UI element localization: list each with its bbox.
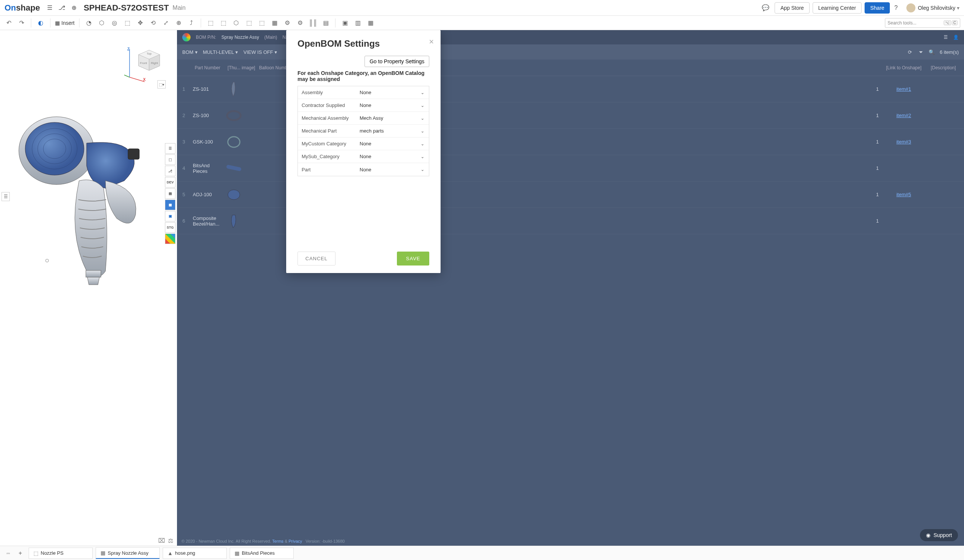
chevron-down-icon: ⌄ (421, 90, 424, 95)
comments-icon[interactable]: 💬 (760, 3, 771, 13)
user-menu[interactable]: Oleg Shilovitsky ▾ (906, 3, 959, 12)
save-button[interactable]: SAVE (397, 252, 429, 265)
scale-icon[interactable]: ⌧ (158, 537, 165, 544)
tab-type-icon: ▦ (101, 550, 106, 556)
panel-tree-icon[interactable]: ⎇ (165, 166, 176, 176)
tool-e-icon[interactable]: ⬚ (257, 18, 267, 28)
panel-list-icon[interactable]: ☰ (165, 143, 176, 154)
chevron-down-icon: ⌄ (421, 116, 424, 121)
tab-type-icon: ▲ (168, 550, 173, 556)
add-icon[interactable]: ⊕ (68, 3, 79, 13)
divider (79, 18, 80, 28)
category-select[interactable]: None⌄ (358, 167, 429, 173)
tool-export-icon[interactable]: ⤴ (186, 18, 196, 28)
category-select[interactable]: None⌄ (358, 141, 429, 147)
feature-tree-toggle[interactable]: ☰ (2, 192, 10, 201)
bottom-tab[interactable]: ⬚Nozzle PS (29, 548, 93, 559)
svg-point-16 (46, 259, 49, 262)
bottom-tab[interactable]: ▲hose.png (163, 548, 227, 559)
svg-line-2 (124, 73, 130, 77)
chevron-down-icon: ⌄ (421, 167, 424, 172)
bottom-tab[interactable]: ▦Spray Nozzle Assy (96, 547, 160, 559)
view-cube-dropdown[interactable]: ⬚▾ (157, 80, 166, 88)
panel-active-icon[interactable]: ▦ (165, 200, 176, 210)
tool-move-icon[interactable]: ✥ (135, 18, 145, 28)
category-row: MySub_CategoryNone⌄ (298, 150, 429, 163)
panel-doc-icon[interactable]: ▤ (165, 188, 176, 199)
redo-icon[interactable]: ↷ (16, 18, 26, 28)
tool-j-icon[interactable]: ▤ (321, 18, 331, 28)
tool-k-icon[interactable]: ▣ (340, 18, 350, 28)
user-name: Oleg Shilovitsky (918, 5, 955, 11)
category-row: Mechanical Partmech parts⌄ (298, 125, 429, 137)
category-select[interactable]: mech parts⌄ (358, 128, 429, 134)
tree-icon[interactable]: ⎇ (57, 3, 67, 13)
tool-a-icon[interactable]: ⬚ (205, 18, 215, 28)
bottom-tabs: ⎓ + ⬚Nozzle PS▦Spray Nozzle Assy▲hose.pn… (0, 546, 964, 560)
tool-rotate-icon[interactable]: ⟲ (148, 18, 158, 28)
panel-stg-icon[interactable]: STG (165, 222, 176, 233)
help-icon[interactable]: ? (891, 3, 901, 13)
tool-l-icon[interactable]: ▥ (353, 18, 363, 28)
bottom-tab[interactable]: ▦BitsAnd Pieces (230, 548, 294, 559)
search-tools-input[interactable]: Search tools... ⌥ C (885, 18, 960, 28)
support-icon: ◉ (926, 532, 930, 538)
tool-ring-icon[interactable]: ◎ (109, 18, 119, 28)
panel-color-icon[interactable] (165, 233, 176, 244)
tool-target-icon[interactable]: ⊕ (174, 18, 183, 28)
category-select[interactable]: None⌄ (358, 154, 429, 159)
category-name: MyCustom Category (298, 141, 358, 147)
menu-icon[interactable]: ☰ (44, 3, 55, 13)
tool-revolve-icon[interactable]: ◔ (84, 18, 94, 28)
tool-f-icon[interactable]: ▦ (270, 18, 279, 28)
svg-rect-14 (128, 149, 139, 159)
category-select[interactable]: None⌄ (358, 103, 429, 108)
tool-d-icon[interactable]: ⬚ (244, 18, 254, 28)
close-icon[interactable]: × (429, 37, 434, 47)
globe-icon[interactable]: ◐ (36, 18, 46, 28)
panel-calendar-icon[interactable]: ▣ (165, 211, 176, 221)
chevron-down-icon: ⌄ (421, 129, 424, 134)
undo-icon[interactable]: ↶ (4, 18, 13, 28)
tool-cube-icon[interactable]: ⬚ (122, 18, 132, 28)
tool-c-icon[interactable]: ⬡ (231, 18, 241, 28)
svg-rect-15 (86, 270, 101, 277)
top-header: Onshape ☰ ⎇ ⊕ SPHEAD-S72OSTEST Main 💬 Ap… (0, 0, 964, 16)
insert-icon: ▦ (55, 20, 60, 26)
tool-scale-icon[interactable]: ⤢ (161, 18, 171, 28)
category-name: Mechanical Part (298, 128, 358, 134)
cancel-button[interactable]: CANCEL (298, 252, 335, 265)
svg-text:Front: Front (140, 61, 147, 65)
chevron-down-icon: ⌄ (421, 141, 424, 147)
divider (31, 18, 31, 28)
view-cube[interactable]: Top Front Right Z X ⬚▾ (124, 36, 166, 88)
tab-type-icon: ⬚ (34, 550, 38, 556)
category-name: Part (298, 167, 358, 173)
tool-cylinder-icon[interactable]: ⬡ (97, 18, 107, 28)
panel-cube-icon[interactable]: ⬚ (165, 155, 176, 165)
balance-icon[interactable]: ⚖ (168, 537, 173, 544)
property-settings-button[interactable]: Go to Property Settings (365, 56, 429, 67)
category-select[interactable]: None⌄ (358, 90, 429, 95)
add-tab-icon[interactable]: + (15, 548, 26, 558)
category-name: Assembly (298, 90, 358, 95)
support-button[interactable]: ◉ Support (920, 529, 958, 541)
toolbar: ↶ ↷ ◐ ▦ Insert ◔ ⬡ ◎ ⬚ ✥ ⟲ ⤢ ⊕ ⤴ ⬚ ⬚ ⬡ ⬚… (0, 16, 964, 30)
panel-dev-icon[interactable]: DEV (165, 177, 176, 187)
learning-center-button[interactable]: Learning Center (813, 2, 861, 13)
category-row: MyCustom CategoryNone⌄ (298, 137, 429, 150)
category-select[interactable]: Mech Assy⌄ (358, 115, 429, 121)
tool-i-icon[interactable]: ║║ (308, 18, 318, 28)
app-store-button[interactable]: App Store (775, 2, 809, 13)
category-name: Mechanical Assembly (298, 115, 358, 121)
insert-button[interactable]: ▦ Insert (55, 20, 75, 26)
chevron-down-icon: ⌄ (421, 103, 424, 108)
viewport-3d[interactable]: ☰ Top Front Right Z X ⬚▾ ☰ (0, 30, 177, 546)
tool-b-icon[interactable]: ⬚ (218, 18, 228, 28)
tool-h-icon[interactable]: ⚙ (295, 18, 305, 28)
tool-m-icon[interactable]: ▦ (366, 18, 375, 28)
share-button[interactable]: Share (865, 2, 890, 13)
tool-g-icon[interactable]: ⚙ (282, 18, 292, 28)
tab-overflow-icon[interactable]: ⎓ (3, 548, 13, 558)
svg-point-10 (25, 122, 84, 175)
